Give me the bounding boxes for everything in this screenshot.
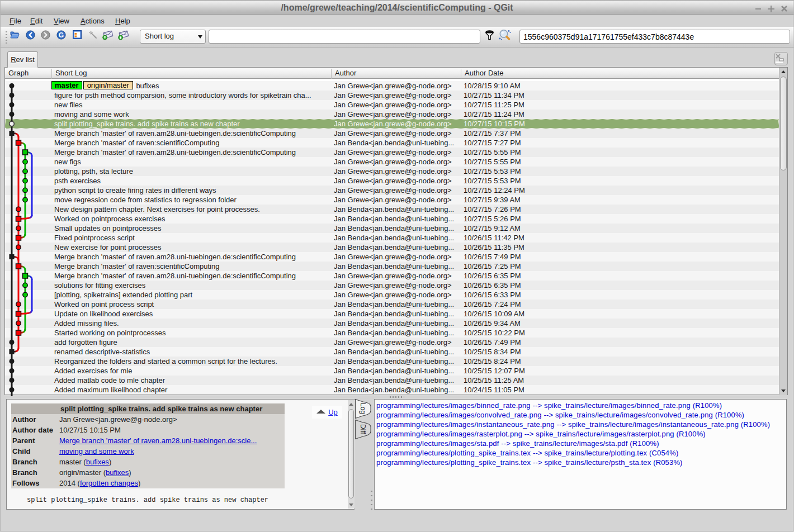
svg-text:G: G bbox=[59, 31, 64, 39]
